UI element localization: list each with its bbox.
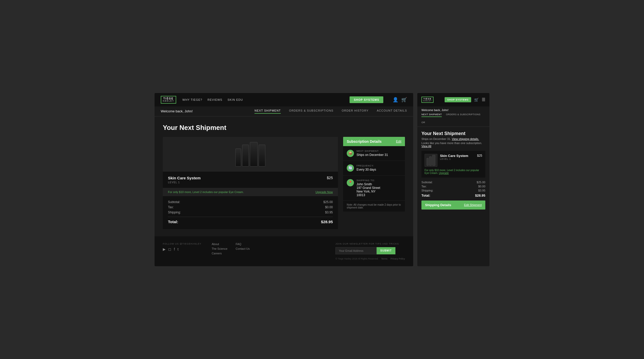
- shipping-row: Shipping: $3.95: [168, 211, 333, 214]
- skin-edu-link[interactable]: SKIN EDU: [227, 98, 243, 101]
- side-tab-orders[interactable]: ORDERS & SUBSCRIPTIONS: [446, 113, 480, 117]
- side-account-nav: Welcome back, John! NEXT SHIPMENT ORDERS…: [417, 106, 489, 127]
- side-shipping-value: $3.95: [478, 189, 485, 192]
- terms-link[interactable]: Terms: [381, 257, 387, 260]
- side-upgrade-link[interactable]: Upgrade: [439, 172, 449, 174]
- side-nav: TIÈGE HANLEY SHOP SYSTEMS 🛒 ☰: [417, 93, 489, 106]
- side-welcome-text: Welcome back, John!: [421, 108, 485, 112]
- shipping-label: Shipping:: [168, 211, 181, 214]
- location-icon: 📍: [347, 179, 354, 186]
- side-tab-next-shipment[interactable]: NEXT SHIPMENT: [421, 113, 442, 117]
- subtotal-value: $25.00: [323, 200, 333, 204]
- tab-order-history[interactable]: ORDER HISTORY: [342, 109, 368, 114]
- side-ships-text: Ships on December 31. View shipping deta…: [421, 137, 485, 140]
- side-edit-shipment-link[interactable]: Edit Shipment: [464, 203, 482, 206]
- youtube-icon[interactable]: ▶: [163, 247, 166, 251]
- tube-1: [235, 148, 241, 166]
- hamburger-icon[interactable]: ☰: [482, 97, 485, 102]
- nav-links: WHY TIEGE? REVIEWS SKIN EDU: [182, 98, 343, 101]
- side-tab-or[interactable]: OR: [421, 121, 425, 124]
- side-shipping-row: Shipping: $3.95: [421, 189, 485, 192]
- side-grand-total-value: $28.95: [475, 194, 485, 197]
- main-nav: TIÈGE HANLEY WHY TIEGE? REVIEWS SKIN EDU…: [155, 93, 413, 106]
- side-product-level: LEVEL 1: [440, 158, 474, 160]
- product-tubes: [235, 142, 265, 166]
- total-divider: [168, 217, 333, 217]
- side-tube-1: [427, 158, 429, 166]
- product-name: Skin Care System: [168, 176, 201, 180]
- subtotal-label: Subtotal:: [168, 200, 180, 204]
- side-content: Your Next Shipment Ships on December 31.…: [417, 127, 489, 266]
- side-subtotal-row: Subtotal: $25.00: [421, 181, 485, 184]
- account-icon[interactable]: 👤: [393, 97, 398, 103]
- instagram-icon[interactable]: ◻: [168, 247, 171, 251]
- order-totals: Subtotal: $25.00 Tax: $0.00 Shipping: $3…: [163, 196, 338, 229]
- science-link[interactable]: The Science: [212, 247, 227, 250]
- side-logo-bottom: HANLEY: [423, 100, 432, 102]
- welcome-text: Welcome back, John!: [161, 109, 255, 113]
- newsletter-submit-button[interactable]: SUBMIT: [377, 247, 395, 254]
- upgrade-text: For only $10 more, Level 2 includes our …: [168, 190, 244, 194]
- subscription-title: Subscription Details: [347, 139, 382, 144]
- careers-link[interactable]: Careers: [212, 252, 227, 255]
- facebook-icon[interactable]: f: [174, 247, 175, 251]
- faq-link[interactable]: FAQ: [236, 243, 250, 246]
- twitter-icon[interactable]: t: [177, 247, 179, 251]
- view-all-link[interactable]: View All: [421, 145, 431, 148]
- product-image-area: [163, 137, 338, 172]
- shipment-grid: Skin Care System LEVEL 1 $25 For only $1…: [163, 137, 405, 229]
- shipping-address: 197 Grand Street: [357, 186, 380, 190]
- side-shipping-details-label: Shipping Details: [425, 203, 451, 207]
- logo-bottom: HANLEY: [163, 100, 174, 102]
- view-shipping-details-link[interactable]: View shipping details.: [452, 137, 479, 140]
- cart-icon[interactable]: 🛒: [401, 97, 407, 103]
- side-tube-2: [429, 156, 432, 166]
- side-tax-label: Tax:: [421, 185, 427, 188]
- side-cart-icon[interactable]: 🛒: [474, 98, 479, 102]
- shop-systems-button[interactable]: SHOP SYSTEMS: [350, 96, 383, 103]
- footer-links: About The Science Careers FAQ Contact Us: [212, 243, 250, 256]
- shipping-name: John Smith: [357, 182, 380, 186]
- side-shop-systems-button[interactable]: SHOP SYSTEMS: [445, 97, 471, 102]
- edit-subscription-link[interactable]: Edit: [396, 140, 401, 143]
- newsletter-input[interactable]: [335, 247, 377, 254]
- next-shipment-row: 📦 NEXT SHIPMENT: Ships on December 31: [343, 146, 405, 161]
- side-product-image: [425, 154, 437, 167]
- tax-label: Tax:: [168, 205, 174, 209]
- reviews-link[interactable]: REVIEWS: [207, 98, 222, 101]
- tax-row: Tax: $0.00: [168, 205, 333, 209]
- side-upgrade-text: For only $10 more, Level 2 includes our …: [425, 169, 482, 174]
- upgrade-now-link[interactable]: Upgrade Now: [316, 190, 333, 194]
- side-section-title: Your Next Shipment: [421, 131, 485, 136]
- logo-top: TIÈGE: [163, 97, 174, 100]
- shipping-value: $3.95: [325, 211, 333, 214]
- side-product-price: $25: [477, 154, 482, 157]
- newsletter-label: JOIN OUR NEWSLETTER FOR TIPS AND TRICKS: [335, 243, 405, 245]
- side-totals: Subtotal: $25.00 Tax: $0.00 Shipping: $3…: [421, 181, 485, 197]
- side-subtotal-value: $25.00: [477, 181, 485, 184]
- side-shipping-label: Shipping:: [421, 189, 433, 192]
- side-tax-value: $0.00: [478, 185, 485, 188]
- side-shipping-bar: Shipping Details Edit Shipment: [421, 201, 485, 210]
- section-title: Your Next Shipment: [163, 124, 405, 132]
- next-shipment-content: NEXT SHIPMENT: Ships on December 31: [357, 150, 388, 157]
- why-tiege-link[interactable]: WHY TIEGE?: [182, 98, 202, 101]
- main-window: TIÈGE HANLEY WHY TIEGE? REVIEWS SKIN EDU…: [155, 93, 413, 266]
- about-link[interactable]: About: [212, 243, 227, 246]
- next-shipment-value: Ships on December 31: [357, 153, 388, 157]
- subscription-header: Subscription Details Edit: [343, 137, 405, 146]
- side-product-card: Skin Care System LEVEL 1 $25 For only $1…: [421, 151, 485, 178]
- upgrade-banner: For only $10 more, Level 2 includes our …: [163, 188, 338, 196]
- side-logo[interactable]: TIÈGE HANLEY: [421, 97, 434, 103]
- footer: FOLLOW US @TIEGEHANLEY ▶ ◻ f t About The…: [155, 236, 413, 266]
- tab-next-shipment[interactable]: NEXT SHIPMENT: [255, 109, 281, 114]
- tab-account-details[interactable]: ACCOUNT DETAILS: [377, 109, 407, 114]
- privacy-link[interactable]: Privacy Policy: [391, 257, 405, 260]
- footer-col-2: FAQ Contact Us: [236, 243, 250, 256]
- logo[interactable]: TIÈGE HANLEY: [161, 96, 176, 104]
- footer-col-1: About The Science Careers: [212, 243, 227, 256]
- shipping-city: New York, NY: [357, 190, 380, 193]
- shipping-zip: 10013: [357, 193, 380, 197]
- contact-link[interactable]: Contact Us: [236, 247, 250, 250]
- tab-orders-subscriptions[interactable]: ORDERS & SUBSCRIPTIONS: [289, 109, 333, 114]
